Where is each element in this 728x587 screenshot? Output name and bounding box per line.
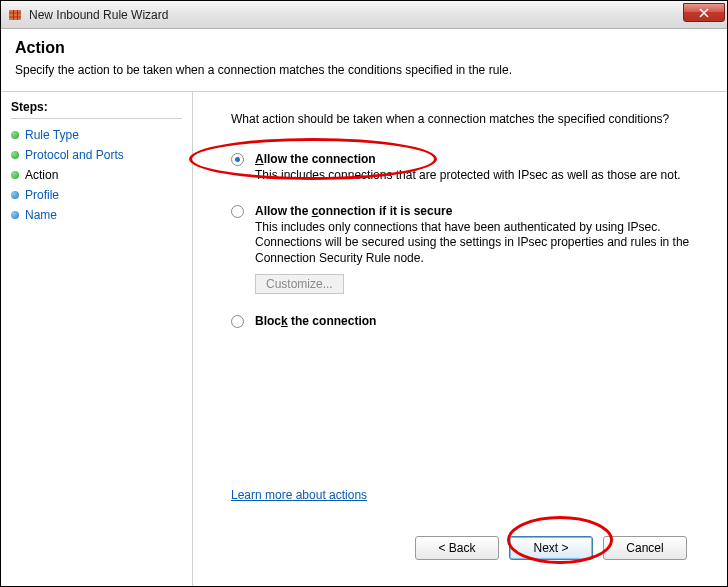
step-label: Rule Type xyxy=(25,128,79,142)
step-label: Name xyxy=(25,208,57,222)
svg-rect-3 xyxy=(9,18,21,20)
option-allow: Allow the connection This includes conne… xyxy=(231,152,705,184)
steps-sidebar: Steps: Rule Type Protocol and Ports Acti… xyxy=(1,92,193,586)
cancel-button[interactable]: Cancel xyxy=(603,536,687,560)
window-title: New Inbound Rule Wizard xyxy=(29,8,168,22)
option-desc: This includes connections that are prote… xyxy=(255,168,705,184)
next-button[interactable]: Next > xyxy=(509,536,593,560)
step-label: Profile xyxy=(25,188,59,202)
button-bar: < Back Next > Cancel xyxy=(231,522,705,576)
bullet-icon xyxy=(11,131,19,139)
back-button[interactable]: < Back xyxy=(415,536,499,560)
header-pane: Action Specify the action to be taken wh… xyxy=(1,29,727,92)
option-title: Block the connection xyxy=(255,314,705,328)
option-body: Allow the connection if it is secure Thi… xyxy=(255,204,705,295)
option-body: Allow the connection This includes conne… xyxy=(255,152,705,184)
close-button[interactable] xyxy=(683,3,725,22)
option-body: Block the connection xyxy=(255,314,705,330)
close-icon xyxy=(699,8,709,18)
bullet-icon xyxy=(11,171,19,179)
step-action[interactable]: Action xyxy=(11,165,182,185)
option-allow-secure: Allow the connection if it is secure Thi… xyxy=(231,204,705,295)
svg-rect-2 xyxy=(9,14,21,16)
bullet-icon xyxy=(11,211,19,219)
step-profile[interactable]: Profile xyxy=(11,185,182,205)
learn-more-link[interactable]: Learn more about actions xyxy=(231,488,367,502)
titlebar: New Inbound Rule Wizard xyxy=(1,1,727,29)
radio-allow-secure[interactable] xyxy=(231,205,245,219)
option-title: Allow the connection xyxy=(255,152,705,166)
bullet-icon xyxy=(11,151,19,159)
option-title: Allow the connection if it is secure xyxy=(255,204,705,218)
svg-rect-1 xyxy=(9,10,21,12)
bullet-icon xyxy=(11,191,19,199)
steps-heading: Steps: xyxy=(11,98,182,119)
action-prompt: What action should be taken when a conne… xyxy=(231,112,705,126)
step-protocol-and-ports[interactable]: Protocol and Ports xyxy=(11,145,182,165)
firewall-icon xyxy=(7,7,23,23)
radio-block[interactable] xyxy=(231,315,245,329)
step-label: Protocol and Ports xyxy=(25,148,124,162)
svg-rect-4 xyxy=(13,10,14,20)
step-name[interactable]: Name xyxy=(11,205,182,225)
step-label: Action xyxy=(25,168,58,182)
wizard-window: New Inbound Rule Wizard Action Specify t… xyxy=(0,0,728,587)
svg-rect-5 xyxy=(17,10,18,20)
body-pane: Steps: Rule Type Protocol and Ports Acti… xyxy=(1,92,727,586)
customize-button: Customize... xyxy=(255,274,344,294)
option-desc: This includes only connections that have… xyxy=(255,220,705,267)
main-pane: What action should be taken when a conne… xyxy=(193,92,727,586)
step-rule-type[interactable]: Rule Type xyxy=(11,125,182,145)
option-block: Block the connection xyxy=(231,314,705,330)
radio-allow[interactable] xyxy=(231,153,245,167)
page-title: Action xyxy=(15,39,713,57)
page-subtitle: Specify the action to be taken when a co… xyxy=(15,63,713,77)
